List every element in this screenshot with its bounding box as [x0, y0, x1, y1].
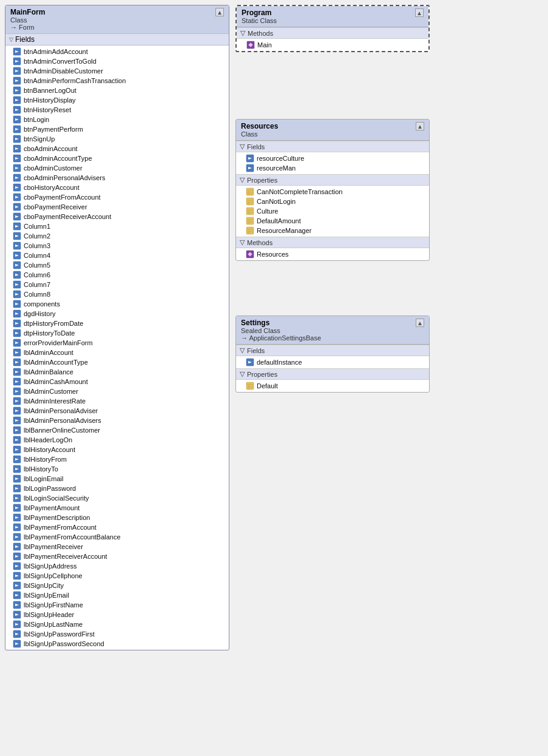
fields-toggle[interactable]: ▽ [9, 36, 13, 42]
field-label: Column5 [24, 262, 50, 269]
field-item: lblSignUpPasswordSecond [5, 639, 229, 649]
field-item: btnAdminDisableCustomer [5, 66, 229, 76]
resources-fields-label: Fields [247, 143, 265, 150]
field-label: Column7 [24, 281, 50, 288]
field-item: lblHeaderLogOn [5, 435, 229, 445]
settings-collapse-icon[interactable]: ▲ [416, 319, 424, 327]
svg-rect-154 [246, 382, 254, 390]
property-label: Default [257, 382, 278, 390]
field-icon [13, 154, 21, 163]
mainform-header: MainForm Class → Form ▲ [5, 5, 229, 33]
field-icon [13, 125, 21, 133]
field-icon [13, 445, 21, 454]
field-item: cboPaymentReceiverAccount [5, 212, 229, 221]
field-icon [13, 513, 21, 522]
field-item: Column7 [5, 280, 229, 289]
field-label: lblSignUpCellphone [24, 572, 83, 579]
field-label: cboAdminCustomer [24, 164, 83, 172]
property-icon [246, 382, 254, 390]
field-item: Column1 [5, 221, 229, 231]
program-methods-section: ▽ Methods [237, 27, 428, 39]
field-label: cboAdminPersonalAdvisers [24, 174, 106, 181]
field-icon [13, 261, 21, 269]
program-methods-toggle[interactable]: ▽ [240, 29, 245, 37]
field-item: lblSignUpHeader [5, 610, 229, 619]
field-label: cboPaymentFromAccount [24, 194, 101, 201]
field-label: lblAdminPersonalAdvisers [24, 417, 101, 424]
field-icon [13, 377, 21, 386]
field-icon [13, 552, 21, 561]
field-label: lblAdminCustomer [24, 388, 78, 395]
mainform-box: MainForm Class → Form ▲ ▽ Fields btnAdmi… [5, 5, 229, 650]
resources-props-toggle[interactable]: ▽ [240, 176, 245, 184]
field-label: btnHistoryReset [24, 106, 71, 113]
method-item: Main [237, 40, 428, 50]
program-header: Program Static Class ▲ [237, 6, 428, 27]
program-collapse-icon[interactable]: ▲ [415, 8, 424, 17]
svg-rect-130 [246, 188, 254, 195]
svg-rect-138 [246, 208, 254, 215]
field-label: cboHistoryAccount [24, 184, 79, 191]
field-icon [13, 630, 21, 638]
field-item: defaultInstance [236, 357, 429, 367]
resources-fields-toggle[interactable]: ▽ [240, 143, 245, 150]
resources-fields-section: ▽ Fields [236, 141, 429, 152]
settings-fields-toggle[interactable]: ▽ [240, 346, 245, 354]
field-label: lblSignUpPasswordSecond [24, 640, 104, 647]
field-icon [13, 620, 21, 629]
field-label: lblSignUpCity [24, 582, 64, 589]
field-item: lblPaymentReceiver [5, 542, 229, 552]
field-icon [13, 183, 21, 192]
field-icon [13, 436, 21, 444]
field-label: btnSignUp [24, 135, 55, 143]
field-icon [13, 610, 21, 619]
field-item: lblHistoryFrom [5, 454, 229, 464]
field-item: btnHistoryReset [5, 105, 229, 115]
settings-props-toggle[interactable]: ▽ [240, 370, 245, 378]
property-label: CanNotLogin [257, 198, 296, 205]
field-item: Column5 [5, 260, 229, 270]
field-label: lblLoginEmail [24, 475, 63, 482]
field-item: cboPaymentFromAccount [5, 192, 229, 202]
resources-props-section: ▽ Properties [236, 174, 429, 186]
resources-methods-toggle[interactable]: ▽ [240, 238, 245, 246]
field-icon [13, 144, 21, 153]
field-item: lblAdminPersonalAdviser [5, 406, 229, 416]
settings-box: Settings Sealed Class → ApplicationSetti… [235, 316, 430, 393]
field-label: lblSignUpPasswordFirst [24, 630, 95, 638]
field-icon [13, 494, 21, 502]
field-icon [13, 232, 21, 240]
mainform-collapse-icon[interactable]: ▲ [215, 8, 224, 16]
field-icon [13, 290, 21, 299]
resources-props-label: Properties [247, 177, 277, 184]
field-item: lblLoginPassword [5, 484, 229, 493]
field-icon [13, 533, 21, 541]
field-label: lblSignUpFirstName [24, 601, 83, 609]
field-label: errorProviderMainForm [24, 339, 93, 346]
field-item: btnAdminPerformCashTransaction [5, 76, 229, 86]
field-icon [13, 280, 21, 289]
field-label: lblHistoryTo [24, 465, 58, 473]
resources-type: Class [241, 130, 278, 138]
field-item: lblSignUpPasswordFirst [5, 629, 229, 639]
field-icon [13, 358, 21, 366]
field-item: components [5, 299, 229, 309]
field-icon [13, 523, 21, 532]
field-icon [13, 562, 21, 570]
field-icon [13, 76, 21, 85]
settings-fields-items: defaultInstance [236, 356, 429, 368]
property-item: ResourceManager [236, 226, 429, 235]
field-icon [13, 591, 21, 599]
property-icon [246, 187, 254, 196]
field-item: lblHistoryTo [5, 464, 229, 474]
field-label: btnAdminDisableCustomer [24, 67, 103, 75]
field-label: cboAdminAccount [24, 145, 78, 152]
field-icon [13, 212, 21, 221]
resources-collapse-icon[interactable]: ▲ [416, 122, 424, 130]
property-icon [246, 226, 254, 235]
settings-header: Settings Sealed Class → ApplicationSetti… [236, 316, 429, 345]
field-label: lblAdminAccount [24, 349, 73, 356]
field-icon [13, 504, 21, 512]
field-label: lblAdminBalance [24, 368, 73, 376]
property-label: DefaultAmount [257, 217, 301, 224]
